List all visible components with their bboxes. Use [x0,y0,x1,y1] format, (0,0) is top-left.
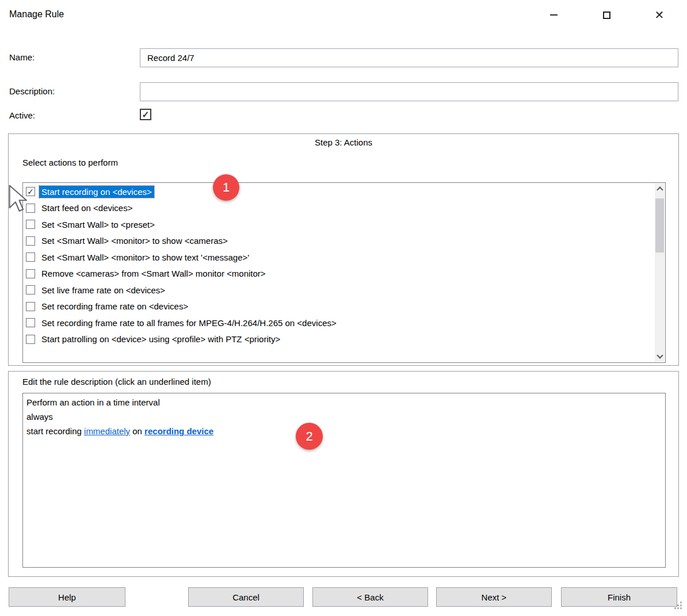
active-checkbox[interactable]: ✓ [140,109,151,120]
minimize-icon [550,14,558,16]
active-label: Active: [9,110,35,120]
action-checkbox[interactable] [26,335,35,344]
help-button[interactable]: Help [9,587,125,607]
annotation-badge-2: 2 [296,423,323,450]
finish-button[interactable]: Finish [561,587,677,607]
maximize-button[interactable] [593,3,620,26]
action-checkbox[interactable] [26,269,35,278]
action-checkbox[interactable] [26,220,35,229]
action-checkbox[interactable] [26,204,35,213]
window-title: Manage Rule [9,9,64,20]
action-row[interactable]: Set <Smart Wall> to <preset> [23,216,655,233]
action-label[interactable]: Set recording frame rate on <devices> [39,300,190,312]
action-checkbox[interactable] [26,236,35,246]
action-row[interactable]: Set recording frame rate to all frames f… [23,315,655,331]
rule-line-3: start recording immediately on recording… [26,424,662,438]
action-label[interactable]: Start feed on <devices> [39,202,135,214]
resize-grip[interactable] [674,602,684,611]
action-label[interactable]: Set recording frame rate to all frames f… [39,317,339,329]
rule-line-3-prefix: start recording [26,426,84,436]
action-checkbox[interactable]: ✓ [26,187,35,196]
name-input[interactable] [140,48,678,67]
scroll-up-button[interactable] [655,184,665,193]
recording-device-link[interactable]: recording device [144,426,213,436]
cancel-button[interactable]: Cancel [188,587,304,607]
action-row[interactable]: Set live frame rate on <devices> [23,282,655,299]
action-label[interactable]: Set live frame rate on <devices> [39,284,167,296]
back-button[interactable]: < Back [312,587,428,607]
scrollbar-thumb[interactable] [655,198,664,252]
rule-line-3-middle: on [130,426,144,436]
close-icon: ✕ [655,8,665,22]
action-row[interactable]: Set <Smart Wall> <monitor> to show <came… [23,233,655,250]
step3-groupbox: Step 3: Actions Select actions to perfor… [8,133,679,366]
select-actions-label: Select actions to perform [22,158,118,167]
action-row[interactable]: Set recording frame rate on <devices> [23,299,655,315]
action-checkbox[interactable] [26,302,35,311]
action-label[interactable]: Set <Smart Wall> <monitor> to show text … [39,251,251,263]
description-input[interactable] [140,82,678,101]
action-row[interactable]: Start feed on <devices> [23,200,655,217]
minimize-button[interactable] [540,3,567,26]
action-label[interactable]: Set <Smart Wall> to <preset> [39,219,157,231]
close-button[interactable]: ✕ [646,3,673,26]
actions-listbox[interactable]: ✓Start recording on <devices>Start feed … [22,182,666,363]
rule-description-box[interactable]: Perform an action in a time interval alw… [22,393,666,568]
step3-title: Step 3: Actions [9,137,678,147]
action-checkbox[interactable] [26,252,35,262]
action-row[interactable]: Remove <cameras> from <Smart Wall> monit… [23,266,655,282]
chevron-down-icon [657,352,663,358]
action-row[interactable]: Set <Smart Wall> <monitor> to show text … [23,249,655,266]
action-label[interactable]: Remove <cameras> from <Smart Wall> monit… [39,267,268,280]
rule-line-1: Perform an action in a time interval [26,395,662,410]
immediately-link[interactable]: immediately [84,426,130,436]
name-label: Name: [9,52,35,62]
actions-scrollbar[interactable] [655,183,665,362]
chevron-up-icon [657,186,663,193]
next-button[interactable]: Next > [436,587,552,607]
action-label[interactable]: Start patrolling on <device> using <prof… [39,333,283,345]
action-checkbox[interactable] [26,318,35,327]
annotation-badge-1: 1 [213,174,239,201]
rule-description-groupbox: Edit the rule description (click an unde… [8,371,679,577]
scroll-down-button[interactable] [655,352,665,361]
action-row[interactable]: ✓Start recording on <devices> [23,183,655,200]
maximize-icon [603,12,610,19]
action-checkbox[interactable] [26,285,35,294]
rule-line-2: always [26,410,662,424]
description-label: Description: [9,86,55,96]
action-label[interactable]: Start recording on <devices> [39,186,154,198]
action-label[interactable]: Set <Smart Wall> <monitor> to show <came… [39,235,230,247]
action-row[interactable]: Start patrolling on <device> using <prof… [23,331,655,348]
rule-description-label: Edit the rule description (click an unde… [22,377,211,387]
actions-rows: ✓Start recording on <devices>Start feed … [23,183,655,347]
